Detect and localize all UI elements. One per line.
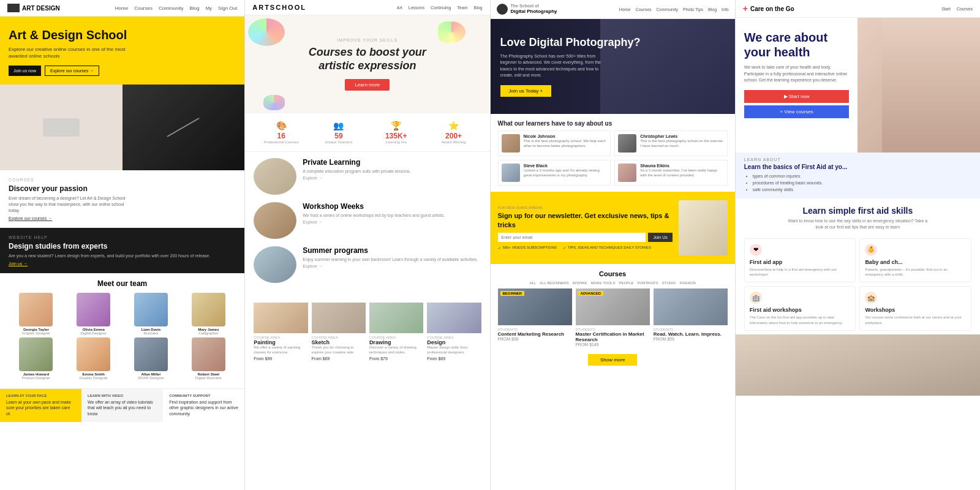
- p1-discover-heading: Discover your passion: [9, 184, 236, 193]
- p3-test-0-text: This is the best photography school. We …: [524, 138, 608, 149]
- p3-hero-text: The Photography School has over 500+ tit…: [500, 53, 611, 79]
- p1-nav-blog[interactable]: Blog: [189, 6, 199, 11]
- p2-sketch-name: Sketch: [312, 339, 366, 345]
- p1-hero-buttons: Join us now Explore our courses →: [9, 66, 236, 76]
- p1-nav-my[interactable]: My: [205, 6, 212, 11]
- p3-filter-people[interactable]: PEOPLE: [619, 281, 633, 285]
- panel-photography: The School of Digital Photography Home C…: [491, 0, 736, 490]
- p2-feature-private: Private Learning A complete education pr…: [254, 158, 481, 195]
- p1-hero-description: Explore our creative online courses in o…: [9, 46, 131, 59]
- p3-newsletter-title: Sign up for our newsletter. Get exclusiv…: [498, 211, 673, 229]
- p3-show-more-button[interactable]: Show more: [588, 354, 637, 366]
- p3-avatar-1: [618, 134, 636, 153]
- p3-filter-portraits[interactable]: PORTRAITS: [637, 281, 658, 285]
- team-member-5: James Howard Product Designer: [9, 337, 64, 380]
- role-james: Product Designer: [9, 376, 64, 380]
- p3-filter-fashion[interactable]: FASHION: [679, 281, 695, 285]
- avatar-james: [19, 337, 53, 371]
- p1-discover-link[interactable]: Explore our courses →: [9, 216, 236, 221]
- p1-logo: ART DESIGN: [7, 4, 60, 12]
- p2-stat-0: 🎨 16 Professional Courses: [252, 121, 310, 144]
- p3-nav-courses[interactable]: Courses: [635, 7, 651, 12]
- p2-stat-label-1: Unique Teachers: [310, 140, 368, 144]
- p3-photo-price-1: FROM $149: [576, 342, 650, 347]
- footer-text-community: Find inspiration and support from other …: [169, 399, 238, 417]
- p3-courses-heading: Courses: [498, 270, 728, 277]
- p4-nav-courses[interactable]: Courses: [957, 7, 973, 11]
- p1-nav-signout[interactable]: Sign Out: [218, 6, 237, 11]
- p4-learn-bullets: types of common injuries. procedures of …: [744, 173, 971, 194]
- p2-summer-content: Summer programs Enjoy summer learning in…: [303, 246, 478, 268]
- p3-newsletter-label: FOR NEW SUBSCRIBERS: [498, 206, 673, 209]
- p2-stat-label-2: Learning Hrs: [368, 140, 425, 144]
- p1-nav-courses[interactable]: Courses: [134, 6, 153, 11]
- p3-photo-badge-0: BEGINNER: [500, 291, 525, 296]
- p1-nav-links: Home Courses Community Blog My Sign Out: [115, 6, 237, 11]
- p3-nav-info[interactable]: Info: [722, 7, 729, 12]
- p3-avatar-2: [502, 164, 520, 182]
- team-member-4: Mary James Calligrapher: [181, 293, 236, 335]
- p3-nav-phototips[interactable]: Photo Tips: [683, 7, 703, 12]
- p2-nav-continuing[interactable]: Continuing: [431, 6, 451, 10]
- p3-navbar: The School of Digital Photography Home C…: [491, 0, 735, 19]
- p1-explore-button[interactable]: Explore our courses →: [45, 66, 99, 76]
- p2-workshop-link[interactable]: Explore →: [303, 220, 445, 224]
- p3-filter-moretools[interactable]: MORE TOOLS: [591, 281, 616, 285]
- p3-test-2-content: Steve Black I joined a 3 months ago and …: [524, 164, 608, 182]
- p4-cross-icon: +: [743, 4, 748, 13]
- p4-navbar: + Care on the Go Start Courses: [736, 0, 980, 18]
- p2-summer-link[interactable]: Explore →: [303, 264, 478, 268]
- p2-private-image: [254, 158, 296, 195]
- p3-photo-course-0: BEGINNER STUDENTS Content Marketing Rese…: [498, 288, 572, 349]
- p2-hero-cta-button[interactable]: Learn more: [345, 79, 390, 91]
- p3-hero-title: Love Digital Photography?: [500, 36, 641, 50]
- p2-stat-label-0: Professional Courses: [252, 140, 310, 144]
- team-member-6: Emma Smith Graphic Designer: [66, 337, 121, 380]
- p4-start-button[interactable]: ▶ Start now: [744, 90, 850, 103]
- footer-label-pace: LEARN AT YOUR PACE: [6, 394, 75, 398]
- p3-testimonials-section: What our learners have to say about us N…: [491, 114, 735, 192]
- p3-nav-links: Home Courses Community Photo Tips Blog I…: [619, 7, 729, 12]
- avatar-allan: [134, 337, 168, 371]
- p3-photo-name-2: Read. Watch. Learn. Impress.: [654, 331, 728, 337]
- p2-features-section: Private Learning A complete education pr…: [245, 152, 489, 296]
- p4-nav-start[interactable]: Start: [941, 7, 951, 11]
- p3-newsletter-input[interactable]: [498, 233, 646, 242]
- p4-card-desc-2: The Care on the Go first aid app provide…: [750, 315, 851, 325]
- p2-nav-lessons[interactable]: Lessons: [409, 6, 424, 10]
- p2-summer-image: [254, 246, 296, 283]
- p1-experts-link[interactable]: Join us →: [9, 262, 236, 266]
- p1-nav-home[interactable]: Home: [115, 6, 128, 11]
- p1-dark-image: [123, 85, 245, 170]
- p3-hero-content: Love Digital Photography? The Photograph…: [500, 36, 641, 97]
- p3-newsletter-button[interactable]: Join Us: [648, 233, 672, 242]
- p4-view-button[interactable]: + View courses: [744, 105, 850, 118]
- p2-logo: ARTSCHOOL: [252, 4, 306, 11]
- p3-filter-studio[interactable]: STUDIO: [662, 281, 676, 285]
- p3-nav-home[interactable]: Home: [619, 7, 631, 12]
- hospital-icon: 🏥: [752, 295, 760, 301]
- p3-filter-beginners[interactable]: ALL BEGINNERS: [540, 281, 568, 285]
- p3-hero-button[interactable]: Join us Today +: [500, 85, 552, 97]
- p2-feature-summer: Summer programs Enjoy summer learning in…: [254, 246, 481, 283]
- p2-nav-team[interactable]: Team: [457, 6, 467, 10]
- p3-nav-blog[interactable]: Blog: [708, 7, 717, 12]
- p2-nav-blog[interactable]: Blog: [473, 6, 482, 10]
- p3-filter-inspire[interactable]: INSPIRE: [573, 281, 587, 285]
- role-mary: Calligrapher: [181, 331, 236, 335]
- p4-learn-section: LEARN ABOUT Learn the basics of First Ai…: [736, 153, 980, 198]
- p3-nav-community[interactable]: Community: [657, 7, 678, 12]
- p2-sketch-price: From $69: [312, 356, 366, 361]
- p1-nav-community[interactable]: Community: [159, 6, 183, 11]
- p4-card-3: 🏫 Workshops Our course some conference b…: [859, 286, 971, 331]
- p2-stats-bar: 🎨 16 Professional Courses 👥 59 Unique Te…: [245, 113, 489, 152]
- p2-private-link[interactable]: Explore →: [303, 176, 410, 180]
- p2-nav-art[interactable]: Art: [397, 6, 402, 10]
- p4-hero-image: [858, 18, 980, 153]
- p3-filter-all[interactable]: ALL: [530, 281, 537, 285]
- p3-test-3-content: Shauna Elkins As a 3 month subscriber, I…: [640, 164, 724, 182]
- p4-second-text: Want to know how to use the key skills i…: [784, 218, 931, 231]
- p1-join-button[interactable]: Join us now: [9, 66, 41, 76]
- p1-dark-section: WEBSITE HELP Design studies from experts…: [0, 228, 244, 273]
- p3-testimonials-title: What our learners have to say about us: [498, 120, 728, 127]
